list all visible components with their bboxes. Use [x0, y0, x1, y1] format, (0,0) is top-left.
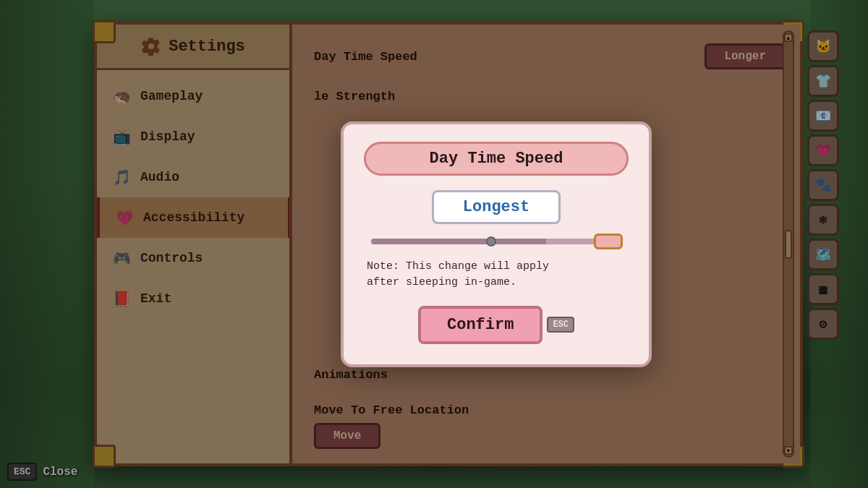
modal-note: Note: This change will applyafter sleepi… [364, 259, 629, 291]
slider-track [371, 239, 621, 244]
slider-fill [371, 239, 546, 244]
modal-dialog: Day Time Speed Longest Note: This change… [341, 121, 652, 367]
confirm-button[interactable]: Confirm [418, 306, 542, 344]
slider-container[interactable] [364, 239, 629, 244]
slider-knob[interactable] [486, 236, 496, 247]
modal-title: Day Time Speed [430, 150, 563, 168]
esc-badge: ESC [547, 317, 574, 333]
slider-handle[interactable] [594, 234, 623, 249]
slider-handle-container [594, 234, 623, 249]
modal-title-bar: Day Time Speed [364, 142, 629, 176]
confirm-btn-wrapper: Confirm ESC [418, 306, 574, 344]
modal-value: Longest [463, 198, 529, 216]
modal-value-display: Longest [432, 190, 561, 224]
